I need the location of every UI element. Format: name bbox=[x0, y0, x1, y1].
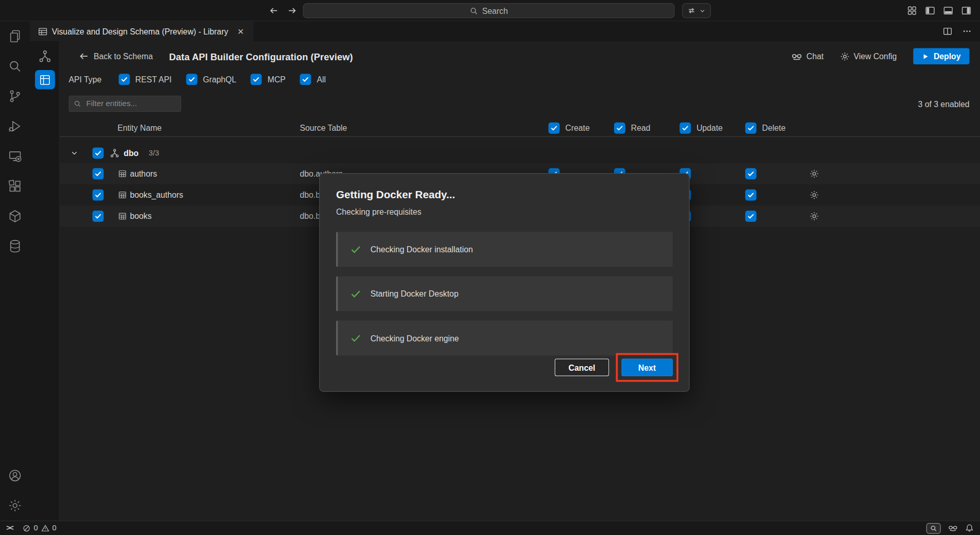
containers-icon[interactable] bbox=[0, 201, 30, 231]
entity-name: books_authors bbox=[130, 191, 183, 200]
graphql-label: GraphQL bbox=[203, 75, 236, 84]
title-bar: Search bbox=[0, 0, 980, 21]
next-button[interactable]: Next bbox=[621, 359, 673, 376]
settings-gear-icon[interactable] bbox=[0, 491, 30, 521]
magnifier-icon bbox=[930, 525, 937, 531]
explorer-icon[interactable] bbox=[0, 21, 30, 51]
search-icon bbox=[469, 7, 478, 15]
notifications-bell-icon[interactable] bbox=[965, 524, 974, 532]
all-checkbox[interactable] bbox=[300, 74, 311, 85]
row-checkbox[interactable] bbox=[93, 168, 104, 179]
forward-arrow-icon[interactable] bbox=[287, 6, 297, 15]
database-icon[interactable] bbox=[0, 231, 30, 261]
schema-designer-icon[interactable] bbox=[34, 46, 55, 66]
chat-button[interactable]: Chat bbox=[792, 51, 824, 62]
back-arrow-icon[interactable] bbox=[269, 6, 278, 15]
extensions-icon[interactable] bbox=[0, 171, 30, 201]
back-to-schema-link[interactable]: Back to Schema bbox=[79, 51, 153, 61]
view-config-button[interactable]: View Config bbox=[840, 51, 897, 61]
deploy-button[interactable]: Deploy bbox=[913, 48, 970, 64]
row-settings-gear-icon[interactable] bbox=[810, 212, 819, 221]
success-check-icon bbox=[351, 333, 361, 343]
split-editor-icon[interactable] bbox=[942, 26, 952, 36]
filter-row: 3 of 3 enabled bbox=[68, 96, 969, 112]
api-option-graphql[interactable]: GraphQL bbox=[186, 74, 236, 85]
error-count: 0 bbox=[34, 524, 38, 532]
table-grid-icon bbox=[118, 169, 127, 178]
delete-checkbox[interactable] bbox=[745, 189, 757, 201]
tab-visualize-design-schema[interactable]: Visualize and Design Schema (Preview) - … bbox=[30, 21, 253, 41]
toggle-primary-sidebar-icon[interactable] bbox=[925, 6, 935, 15]
gear-icon bbox=[840, 51, 849, 61]
collapse-chevron-icon[interactable] bbox=[70, 149, 79, 158]
graphql-checkbox[interactable] bbox=[186, 74, 197, 85]
step-label: Starting Docker Desktop bbox=[371, 289, 459, 298]
row-checkbox[interactable] bbox=[93, 211, 104, 222]
dab-configuration-icon[interactable] bbox=[34, 70, 55, 90]
remote-icon: >< bbox=[6, 524, 12, 532]
zoom-indicator[interactable] bbox=[926, 523, 941, 533]
group-name: dbo bbox=[124, 148, 138, 158]
toggle-secondary-sidebar-icon[interactable] bbox=[961, 6, 971, 15]
api-option-mcp[interactable]: MCP bbox=[251, 74, 286, 85]
status-bar: >< 0 0 bbox=[0, 521, 980, 535]
schema-tab-icon bbox=[38, 27, 47, 36]
tab-close-icon[interactable]: ✕ bbox=[235, 26, 247, 37]
run-debug-icon[interactable] bbox=[0, 111, 30, 141]
entity-name-column-header: Entity Name bbox=[117, 123, 162, 132]
read-column-checkbox[interactable] bbox=[614, 122, 625, 133]
problems-indicator[interactable]: 0 0 bbox=[23, 524, 57, 532]
customize-layout-icon[interactable] bbox=[907, 6, 917, 15]
rest-api-checkbox[interactable] bbox=[118, 74, 130, 85]
enabled-count: 3 of 3 enabled bbox=[918, 99, 969, 108]
chat-label: Chat bbox=[807, 51, 824, 61]
session-icon bbox=[687, 6, 696, 15]
history-navigation bbox=[269, 0, 297, 21]
copilot-status-icon[interactable] bbox=[948, 523, 957, 532]
group-count: 3/3 bbox=[149, 149, 159, 158]
source-table-column-header: Source Table bbox=[300, 123, 347, 132]
view-config-label: View Config bbox=[853, 51, 897, 61]
table-grid-icon bbox=[118, 212, 127, 220]
update-column-checkbox[interactable] bbox=[679, 122, 691, 133]
search-command-center[interactable]: Search bbox=[303, 3, 675, 18]
mcp-label: MCP bbox=[268, 75, 286, 84]
entity-name: books bbox=[130, 212, 151, 221]
create-column-label: Create bbox=[565, 123, 589, 132]
row-settings-gear-icon[interactable] bbox=[810, 169, 819, 178]
all-label: All bbox=[317, 75, 326, 84]
schema-group-row[interactable]: dbo 3/3 bbox=[60, 143, 980, 163]
warning-count: 0 bbox=[52, 524, 57, 532]
cancel-button[interactable]: Cancel bbox=[555, 359, 609, 376]
row-checkbox[interactable] bbox=[93, 189, 104, 201]
api-option-all[interactable]: All bbox=[300, 74, 326, 85]
more-actions-icon[interactable] bbox=[962, 26, 972, 36]
delete-column-checkbox[interactable] bbox=[745, 122, 757, 133]
account-icon[interactable] bbox=[0, 460, 30, 490]
delete-column-label: Delete bbox=[762, 123, 786, 132]
remote-explorer-icon[interactable] bbox=[0, 141, 30, 171]
delete-checkbox[interactable] bbox=[745, 211, 757, 222]
toggle-panel-icon[interactable] bbox=[943, 6, 953, 15]
warning-icon bbox=[41, 524, 49, 532]
dialog-title: Getting Docker Ready... bbox=[336, 189, 673, 201]
play-icon bbox=[922, 53, 929, 60]
create-column-checkbox[interactable] bbox=[549, 122, 560, 133]
source-control-icon[interactable] bbox=[0, 81, 30, 111]
mcp-checkbox[interactable] bbox=[251, 74, 262, 85]
layout-controls bbox=[907, 0, 971, 21]
read-column-label: Read bbox=[631, 123, 651, 132]
filter-entities-input[interactable] bbox=[68, 96, 181, 112]
entity-name: authors bbox=[130, 169, 157, 178]
search-view-icon[interactable] bbox=[0, 51, 30, 81]
step-docker-engine: Checking Docker engine bbox=[336, 321, 673, 356]
row-settings-gear-icon[interactable] bbox=[810, 191, 819, 200]
api-type-label: API Type bbox=[68, 75, 101, 84]
remote-indicator[interactable]: >< bbox=[6, 524, 12, 532]
status-bar-right bbox=[926, 523, 974, 533]
api-option-rest[interactable]: REST API bbox=[118, 74, 172, 85]
api-type-row: API Type REST API GraphQL MCP bbox=[68, 71, 969, 88]
group-checkbox[interactable] bbox=[93, 147, 104, 159]
delete-checkbox[interactable] bbox=[745, 168, 757, 179]
session-dropdown-button[interactable] bbox=[682, 3, 711, 18]
